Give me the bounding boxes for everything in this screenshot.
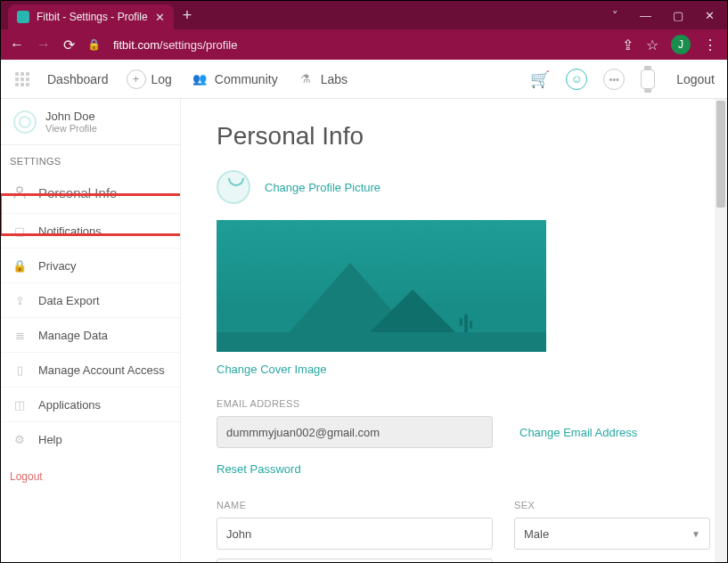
sidebar-user-sub: View Profile — [45, 123, 97, 134]
people-icon: 👥 — [190, 69, 209, 89]
sidebar-item-label: Applications — [38, 398, 101, 412]
last-name-field[interactable] — [217, 559, 493, 562]
scrollbar-track[interactable] — [715, 99, 727, 562]
sidebar-user-name: John Doe — [45, 110, 97, 123]
content-area: Personal Info Change Profile Picture Cha… — [181, 99, 727, 562]
tab-close-icon[interactable]: ✕ — [155, 11, 165, 24]
profile-avatar[interactable]: J — [671, 35, 691, 54]
page-title: Personal Info — [217, 122, 691, 151]
data-icon: ≣ — [12, 327, 28, 343]
name-label: NAME — [217, 500, 493, 510]
sidebar-item-manage-data[interactable]: ≣ Manage Data — [1, 317, 180, 352]
apps-icon: ◫ — [12, 396, 28, 412]
fitbit-logo-icon[interactable] — [13, 70, 31, 88]
settings-sidebar: John Doe View Profile SETTINGS Personal … — [1, 99, 181, 562]
svg-point-0 — [17, 187, 22, 192]
sidebar-user[interactable]: John Doe View Profile — [1, 99, 180, 145]
app-header: Dashboard +Log 👥Community ⚗Labs 🛒 ☺ ••• … — [1, 60, 727, 99]
sidebar-item-applications[interactable]: ◫ Applications — [1, 387, 180, 421]
phone-icon: ▯ — [12, 362, 28, 378]
sidebar-item-privacy[interactable]: 🔒 Privacy — [1, 248, 180, 282]
sidebar-item-label: Data Export — [38, 294, 100, 307]
bookmark-icon[interactable]: ☆ — [646, 37, 658, 53]
window-minimize-icon[interactable]: — — [640, 9, 651, 22]
window-close-icon[interactable]: ✕ — [705, 9, 715, 22]
cart-icon[interactable]: 🛒 — [530, 69, 550, 89]
gear-icon: ⚙ — [12, 431, 28, 447]
sex-select[interactable]: Male ▼ — [514, 518, 710, 550]
sidebar-logout[interactable]: Logout — [1, 456, 180, 497]
change-email-link[interactable]: Change Email Address — [519, 426, 637, 439]
flask-icon: ⚗ — [296, 69, 315, 89]
upload-icon: ⇪ — [12, 292, 28, 308]
more-icon[interactable]: ••• — [603, 69, 625, 90]
profile-picture — [217, 170, 250, 204]
tab-favicon — [17, 11, 29, 23]
chevron-down-icon[interactable]: ˅ — [612, 9, 618, 22]
url-domain: fitbit.com — [113, 38, 160, 52]
device-icon[interactable] — [641, 69, 655, 89]
change-profile-picture-link[interactable]: Change Profile Picture — [265, 181, 380, 194]
first-name-field[interactable] — [217, 518, 493, 550]
chat-icon: ▢ — [12, 223, 28, 239]
avatar-icon — [13, 110, 37, 134]
new-tab-button[interactable]: + — [183, 6, 192, 25]
address-bar[interactable]: fitbit.com/settings/profile — [113, 38, 609, 52]
sidebar-item-label: Manage Data — [38, 329, 108, 342]
reload-button[interactable]: ⟳ — [63, 37, 75, 53]
sidebar-item-label: Personal Info — [38, 185, 117, 200]
tab-title: Fitbit - Settings - Profile — [37, 11, 148, 23]
browser-menu-icon[interactable]: ⋮ — [703, 37, 718, 53]
person-icon — [12, 184, 28, 200]
nav-community[interactable]: 👥Community — [190, 69, 278, 89]
sex-label: SEX — [514, 500, 710, 510]
smile-icon[interactable]: ☺ — [566, 69, 587, 90]
sex-value: Male — [524, 527, 549, 541]
plus-icon: + — [127, 69, 146, 89]
sidebar-item-help[interactable]: ⚙ Help — [1, 421, 180, 456]
sidebar-item-personal-info[interactable]: Personal Info — [1, 172, 180, 213]
sidebar-item-notifications[interactable]: ▢ Notifications — [1, 213, 180, 248]
browser-toolbar: ← → ⟳ 🔒 fitbit.com/settings/profile ⇪ ☆ … — [1, 29, 727, 60]
change-cover-image-link[interactable]: Change Cover Image — [217, 363, 327, 376]
logout-link[interactable]: Logout — [676, 72, 715, 86]
scrollbar-thumb[interactable] — [716, 101, 725, 208]
lock-icon: 🔒 — [12, 257, 28, 273]
sidebar-item-label: Notifications — [38, 224, 102, 238]
window-maximize-icon[interactable]: ▢ — [673, 9, 683, 22]
chevron-down-icon: ▼ — [691, 529, 700, 539]
cactus-icon — [464, 314, 468, 332]
nav-dashboard[interactable]: Dashboard — [47, 72, 109, 86]
url-path: /settings/profile — [160, 38, 237, 52]
lock-icon[interactable]: 🔒 — [87, 38, 101, 51]
forward-button[interactable]: → — [37, 37, 51, 53]
browser-tab[interactable]: Fitbit - Settings - Profile ✕ — [8, 4, 174, 29]
sidebar-section-label: SETTINGS — [1, 145, 180, 172]
cover-image — [217, 220, 546, 352]
email-field — [217, 416, 493, 448]
sidebar-item-label: Privacy — [38, 259, 77, 273]
sidebar-item-manage-access[interactable]: ▯ Manage Account Access — [1, 352, 180, 387]
sidebar-item-label: Help — [38, 433, 62, 446]
email-label: EMAIL ADDRESS — [217, 398, 691, 409]
reset-password-link[interactable]: Reset Password — [217, 462, 301, 476]
sidebar-item-label: Manage Account Access — [38, 363, 165, 377]
nav-labs[interactable]: ⚗Labs — [296, 69, 348, 89]
share-icon[interactable]: ⇪ — [622, 37, 634, 53]
back-button[interactable]: ← — [10, 37, 24, 53]
nav-log[interactable]: +Log — [127, 69, 172, 89]
window-titlebar: Fitbit - Settings - Profile ✕ + ˅ — ▢ ✕ — [1, 1, 727, 29]
sidebar-item-data-export[interactable]: ⇪ Data Export — [1, 282, 180, 317]
